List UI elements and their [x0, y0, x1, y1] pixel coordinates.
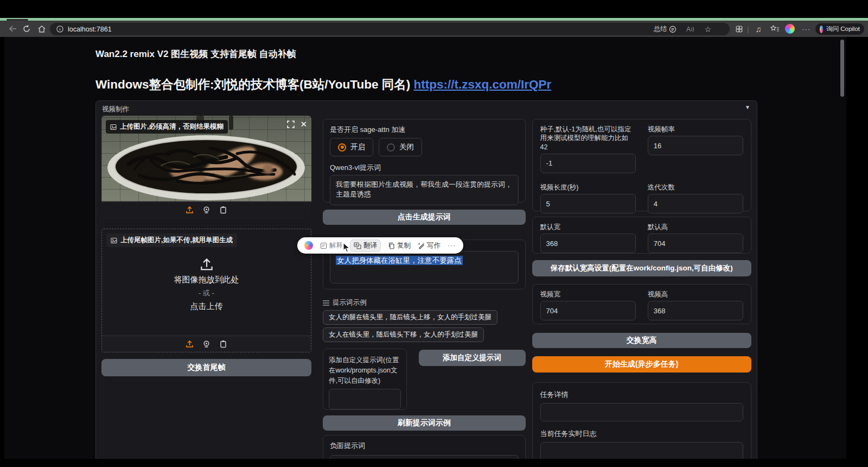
length-label: 视频长度(秒): [540, 183, 636, 192]
read-aloud-icon[interactable]: A: [686, 23, 695, 35]
drop-text: 将图像拖放到此处: [174, 275, 239, 285]
swap-first-last-frame-button[interactable]: 交换首尾帧: [101, 359, 311, 376]
custom-prompt-input[interactable]: [329, 389, 401, 409]
negative-prompt-textarea[interactable]: 色调艳丽，过曝，静态，细节模糊不清，字幕，风格，作品，画作，画面，静止: [330, 455, 519, 459]
example-chip[interactable]: 女人的腿在镜头里，随后镜头上移，女人的手划过美腿: [323, 310, 497, 325]
write-menu-item[interactable]: 写作: [418, 241, 441, 250]
close-icon[interactable]: ✕: [300, 120, 307, 128]
start-generate-button[interactable]: 开始生成(异步多任务): [532, 356, 751, 373]
media-icon[interactable]: ♫: [752, 21, 765, 37]
steps-input[interactable]: [648, 194, 743, 213]
more-menu-icon[interactable]: ···: [448, 242, 456, 249]
back-icon[interactable]: [5, 21, 20, 37]
clipboard-icon[interactable]: [219, 340, 227, 348]
toolbar-divider: |: [745, 21, 751, 37]
video-height-input[interactable]: [648, 301, 743, 320]
page-right-margin: [846, 37, 868, 459]
task-group: 任务详情 当前任务实时日志: [532, 382, 751, 459]
favorite-star-icon[interactable]: ☆: [704, 23, 711, 35]
default-size-group: 默认宽 默认高: [532, 217, 751, 254]
address-bar[interactable]: localhost:7861 总结 A ☆: [50, 23, 730, 35]
mouse-cursor: [343, 242, 351, 253]
qwen-prompt-textarea[interactable]: 我需要根据图片生成视频，帮我生成一段连贯的提示词，主题是诱惑: [330, 175, 519, 205]
first-frame-image-card: 上传图片,必须高清，否则结果模糊 ✕: [101, 116, 311, 218]
click-upload-text[interactable]: 点击上传: [190, 301, 223, 312]
profile-avatar[interactable]: [783, 21, 796, 37]
task-detail-input[interactable]: [540, 403, 743, 421]
webcam-icon[interactable]: [202, 340, 210, 348]
url-text[interactable]: localhost:7861: [68, 26, 112, 33]
selection-toolbar: 解释 翻译 复制 写作 ···: [297, 237, 463, 254]
fps-label: 视频帧率: [648, 125, 743, 134]
steps-label: 迭代次数: [648, 183, 743, 192]
collections-icon[interactable]: [768, 21, 781, 37]
accordion-label[interactable]: 视频制作: [102, 105, 129, 114]
default-width-field: 默认宽: [540, 223, 636, 253]
prompt-textarea[interactable]: 女人把身体藏在浴缸里，注意不要露点: [330, 251, 519, 283]
custom-prompt-label: 添加自定义提示词(位置在work/prompts.json文件,可以自由修改): [329, 356, 399, 384]
copilot-orb-icon[interactable]: [304, 241, 313, 250]
subtitle-link[interactable]: https://t.zsxq.com/IrQPr: [413, 78, 551, 91]
default-height-label: 默认高: [648, 223, 743, 231]
default-height-input[interactable]: [648, 234, 743, 253]
copy-icon: [388, 242, 395, 249]
translate-menu-item[interactable]: 翻译: [350, 239, 381, 252]
selected-text: 女人把身体藏在浴缸里，注意不要露点: [336, 256, 463, 265]
image-source-bar: [101, 201, 311, 218]
save-default-size-button[interactable]: 保存默认宽高设置(配置在work/config.json,可自由修改): [532, 260, 751, 276]
image-thumb-icon: [111, 237, 117, 244]
radio-sage-on[interactable]: 开启: [330, 138, 373, 156]
page-subtitle: Windows整合包制作:刘悦的技术博客(B站/YouTube 同名) http…: [95, 76, 551, 93]
upload-icon: [200, 257, 214, 272]
video-width-label: 视频宽: [540, 290, 636, 299]
refresh-icon[interactable]: [20, 21, 34, 37]
more-icon[interactable]: ···: [800, 21, 813, 37]
explain-menu-item[interactable]: 解释: [320, 241, 343, 250]
length-input[interactable]: [540, 194, 636, 213]
screen: localhost:7861 总结 A ☆ | ♫ ··· 询问 Copilot: [0, 0, 868, 467]
clipboard-icon[interactable]: [219, 206, 227, 214]
video-height-label: 视频高: [648, 290, 743, 299]
generate-prompt-button[interactable]: 点击生成提示词: [323, 210, 526, 225]
drop-or: - 或 -: [199, 288, 214, 298]
video-make-panel: 视频制作 ▼: [95, 100, 757, 459]
page-content: Wan2.2 remix V2 图生视频 支持首尾帧 自动补帧 Windows整…: [0, 37, 868, 459]
examples-header: 提示词示例: [323, 298, 526, 307]
copy-menu-item[interactable]: 复制: [388, 241, 411, 250]
webcam-icon[interactable]: [202, 206, 210, 214]
seed-input[interactable]: [540, 154, 636, 173]
video-height-field: 视频高: [648, 290, 743, 320]
tail-frame-dropzone[interactable]: 上传尾帧图片,如果不传,就用单图生成 将图像拖放到此处 - 或 - 点击上传: [101, 229, 311, 352]
radio-unselected-icon: [387, 143, 395, 152]
upload-icon[interactable]: [186, 340, 194, 348]
custom-prompt-group: 添加自定义提示词(位置在work/prompts.json文件,可以自由修改): [323, 349, 407, 410]
scrollbar[interactable]: [840, 40, 844, 97]
task-log-label: 当前任务实时日志: [540, 429, 743, 439]
default-width-input[interactable]: [540, 234, 636, 253]
translate-icon: [354, 242, 361, 249]
radio-sage-off[interactable]: 关闭: [379, 138, 422, 156]
add-custom-prompt-button[interactable]: 添加自定义提示词: [419, 350, 526, 366]
task-log-textarea[interactable]: [540, 442, 743, 459]
video-width-input[interactable]: [540, 301, 636, 320]
fps-input[interactable]: [648, 136, 743, 155]
subtitle-text: Windows整合包制作:刘悦的技术博客(B站/YouTube 同名): [95, 78, 413, 91]
example-chip[interactable]: 女人在镜头里，随后镜头下移，女人的手划过美腿: [323, 327, 484, 342]
upload-icon[interactable]: [186, 206, 194, 214]
home-icon[interactable]: [35, 21, 49, 37]
copilot-button[interactable]: 询问 Copilot: [815, 23, 865, 35]
steps-field: 迭代次数: [648, 183, 743, 213]
info-icon[interactable]: [56, 26, 63, 33]
swap-width-height-button[interactable]: 交换宽高: [532, 333, 751, 348]
qwen-prompt-label: Qwen3-vl提示词: [330, 163, 519, 173]
fullscreen-icon[interactable]: [287, 121, 295, 128]
list-icon: [323, 300, 329, 306]
fps-field: 视频帧率: [648, 125, 743, 173]
copilot-icon: [820, 26, 823, 33]
browser-essentials-icon[interactable]: [732, 21, 745, 37]
chevron-down-icon[interactable]: ▼: [745, 104, 750, 110]
column-middle: 是否开启 sage-attn 加速 开启 关闭 Qwen3-vl提示词 我需要根…: [323, 116, 526, 459]
sage-label: 是否开启 sage-attn 加速: [330, 125, 519, 135]
refresh-examples-button[interactable]: 刷新提示词示例: [323, 415, 526, 431]
summarize-button[interactable]: 总结: [654, 23, 676, 35]
